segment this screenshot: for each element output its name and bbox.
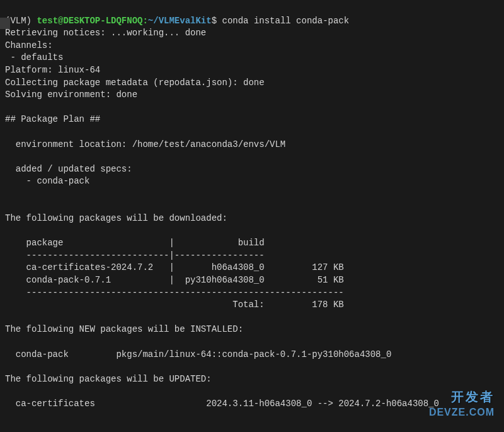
output-line: Solving environment: done	[5, 90, 137, 100]
update-item: ca-certificates 2024.3.11-h06a4308_0 -->…	[5, 399, 439, 409]
current-path: ~/VLMEvalKit	[148, 16, 212, 26]
spec-item: - conda-pack	[5, 176, 89, 186]
output-line: Retrieving notices: ...working... done	[5, 28, 206, 38]
table-divider: ----------------------------------------…	[5, 288, 344, 298]
output-line: - defaults	[5, 52, 63, 62]
specs-header: added / updated specs:	[5, 164, 132, 174]
user-host: test@DESKTOP-LDQFNOQ	[37, 16, 142, 26]
table-divider: ---------------------------|------------…	[5, 250, 265, 260]
terminal-window[interactable]: (VLM) test@DESKTOP-LDQFNOQ:~/VLMEvalKit$…	[0, 0, 504, 432]
install-header: The following NEW packages will be INSTA…	[5, 324, 243, 334]
output-line: Collecting package metadata (repodata.js…	[5, 78, 265, 88]
install-item: conda-pack pkgs/main/linux-64::conda-pac…	[5, 349, 391, 359]
typed-command: conda install conda-pack	[222, 16, 350, 26]
download-header: The following packages will be downloade…	[5, 213, 227, 223]
sidebar-indicator	[0, 18, 10, 29]
prompt-line: (VLM) test@DESKTOP-LDQFNOQ:~/VLMEvalKit$…	[5, 16, 349, 26]
output-line: Platform: linux-64	[5, 65, 100, 75]
total-row: Total: 178 KB	[5, 300, 344, 310]
prompt-symbol: $	[212, 16, 222, 26]
output-line: Channels:	[5, 40, 53, 50]
env-location: environment location: /home/test/anacond…	[5, 139, 285, 149]
prompt-colon: :	[142, 16, 147, 26]
package-row: conda-pack-0.7.1 | py310h06a4308_0 51 KB	[5, 275, 344, 285]
table-header: package | build	[5, 238, 265, 248]
package-row: ca-certificates-2024.7.2 | h06a4308_0 12…	[5, 262, 344, 272]
update-header: The following packages will be UPDATED:	[5, 374, 212, 384]
package-plan-header: ## Package Plan ##	[5, 114, 100, 124]
